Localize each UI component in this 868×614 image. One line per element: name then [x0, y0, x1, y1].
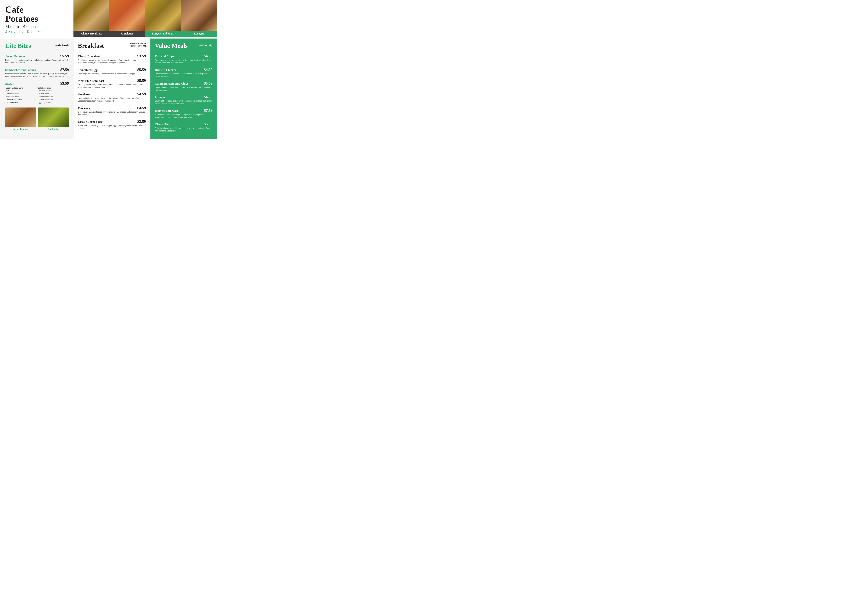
menu-item-bangers-mash: Bangers and Mash $7.59 Three cucumber an… [155, 108, 212, 119]
hunters-chicken-desc: Chicken with bacon, emental, cheese smoo… [155, 73, 212, 78]
extras-col-2: -Boiled egg salad -Ham and cheese -Chick… [37, 87, 69, 104]
meat-free-price: $5.59 [137, 78, 146, 83]
gammon-header: Gammon Ham, Egg Chips $5.59 [155, 81, 212, 85]
menu-item-fish-chips: Fish and Chips $4.59 Our famous dish inc… [155, 54, 212, 64]
breakfast-column: Breakfast Available Mon - Sat 7:00AM - 1… [73, 39, 150, 139]
pancakes-header: Pancakes $4.59 [78, 106, 146, 110]
bottom-img-sandwich: Sandwiches [38, 107, 69, 131]
extra-item: -Chicken and bacon [37, 98, 69, 101]
jacket-potatoes-price: $5.59 [60, 54, 69, 58]
lasagne-label: Lasagne [181, 31, 217, 37]
menu-item-jacket-potatoes: Jacket Potatoes $5.59 Delicious jacket p… [5, 54, 69, 64]
breakfast-divider [78, 51, 146, 51]
extra-item: -Egg mayo salad [37, 101, 69, 104]
breakfast-avail-line1: Available Mon - Sat [129, 42, 146, 45]
header-img-lasagne: Lasagne [181, 0, 217, 39]
gammon-name: Gammon Ham, Egg Chips [155, 82, 188, 85]
menu-item-scrambled-eggs: Scrambled Eggs $5.59 Free-range scramble… [78, 67, 146, 75]
extra-item: -Boiled egg salad [37, 87, 69, 89]
jacket-potato-img [5, 107, 36, 127]
extra-item: -Erie and bacon [5, 101, 37, 104]
omelettes-price: $4.59 [137, 92, 146, 96]
classic-pies-desc: Enjoy the classic pies with your choose … [155, 127, 212, 132]
classic-breakfast-desc: 2 rashers of bacon, farm-reared pork sau… [78, 59, 146, 64]
extra-item: -Cheddar and pickle [5, 98, 37, 101]
bangers-mash-header: Bangers and Mash $7.59 [155, 108, 212, 113]
breakfast-img [73, 0, 109, 31]
omelettes-name: Omelettes [78, 93, 91, 96]
corned-beef-header: Classic Corned Beef $3.59 [78, 119, 146, 124]
top-header: Cafe Potatoes Menu Board Serving Daily C… [0, 0, 217, 39]
extra-item: -Chicken salad [37, 92, 69, 95]
breakfast-availability: Available Mon - Sat 7:00AM - 10:00 AM [129, 42, 146, 47]
main-content: Lite Bites Available Daily Jacket Potato… [0, 39, 217, 139]
menu-item-classic-pies: Classic Pies $5.59 Enjoy the classic pie… [155, 122, 212, 132]
extras-name: Extras [5, 82, 14, 85]
value-meals-title: Value Meals [155, 42, 188, 50]
menu-item-sandwiches: Sandwiches and Paninis $7.59 Freshly mad… [5, 67, 69, 78]
hunters-chicken-name: Hunters Chicken [155, 68, 177, 72]
breakfast-title: Breakfast [78, 42, 104, 50]
lite-bites-bottom-images: Jacket Potatoes Sandwiches [5, 107, 69, 131]
menu-item-pancakes: Pancakes $4.59 2 delicious pancakes topp… [78, 106, 146, 116]
bangers-mash-price: $7.59 [204, 108, 213, 113]
classic-pies-name: Classic Pies [155, 123, 170, 126]
sandwiches-img-label: Sandwiches [38, 127, 69, 131]
classic-pies-header: Classic Pies $5.59 [155, 122, 212, 126]
sandwiches-img [38, 107, 69, 127]
lasagne-price: $6.59 [204, 95, 213, 99]
omelettes-label: Omelettes [109, 31, 145, 37]
potatoes-word: Potatoes [5, 14, 38, 23]
extra-item: -Bacon and egg Mayo [5, 87, 37, 89]
jacket-potatoes-name: Jacket Potatoes [5, 54, 25, 58]
breakfast-avail-line2: 7:00AM - 10:00 AM [129, 45, 146, 47]
pancakes-desc: 2 delicious pancakes topped with splenda… [78, 110, 146, 116]
extras-header: Extras $3.59 [5, 81, 69, 85]
classic-breakfast-header: Classic Breakfast $3.59 [78, 54, 146, 58]
gammon-desc: Carved gammon, rustic and chunky chips a… [155, 86, 212, 92]
lite-bites-header-row: Lite Bites Available Daily [5, 42, 69, 50]
scrambled-eggs-desc: Free-range scrambled eggs serve with ric… [78, 73, 146, 75]
bangers-img [145, 0, 181, 31]
classic-breakfast-name: Classic Breakfast [78, 54, 100, 58]
omelettes-desc: Light and fluffy free range egg served w… [78, 97, 146, 103]
menu-item-hunters-chicken: Hunters Chicken $4.59 Chicken with bacon… [155, 67, 212, 78]
omelettes-img [109, 0, 145, 31]
lasagne-header: Lasagne $6.59 [155, 95, 212, 99]
bangers-mash-desc: Three cucumber and sausage on a pile of … [155, 113, 212, 119]
pancakes-price: $4.59 [137, 106, 146, 110]
lite-bites-availability: Available Daily [55, 42, 69, 47]
header-img-breakfast: Classic Breakfast [73, 0, 109, 39]
value-meals-availability: Available Daily [199, 42, 212, 47]
value-meals-divider [155, 51, 212, 51]
menu-item-extras: Extras $3.59 -Bacon and egg Mayo -BLT -R… [5, 81, 69, 104]
scrambled-eggs-price: $5.59 [137, 67, 146, 72]
cafe-title: Cafe Potatoes [5, 5, 68, 23]
fish-chips-header: Fish and Chips $4.59 [155, 54, 212, 58]
extra-item: -Rare roast beef [5, 92, 37, 95]
menu-item-classic-breakfast: Classic Breakfast $3.59 2 rashers of bac… [78, 54, 146, 64]
jacket-potatoes-header: Jacket Potatoes $5.59 [5, 54, 69, 58]
fish-chips-desc: Our famous dish includes a fillet of dee… [155, 59, 212, 64]
bangers-label: Bangers and Mash [145, 31, 181, 37]
lasagne-desc: Layers of fresh eggs pasta, white cheese… [155, 99, 212, 105]
lite-bites-column: Lite Bites Available Daily Jacket Potato… [0, 39, 73, 139]
sandwiches-header: Sandwiches and Paninis $7.59 [5, 67, 69, 72]
bottom-img-jacket: Jacket Potatoes [5, 107, 36, 131]
header-images: Classic Breakfast Omelettes Bangers and … [73, 0, 217, 39]
corned-beef-price: $3.59 [137, 119, 146, 124]
header-img-omelettes: Omelettes [109, 0, 145, 39]
pancakes-name: Pancakes [78, 106, 90, 110]
lasagne-img [181, 0, 217, 31]
meat-free-name: Meat Free Breakfast [78, 79, 104, 82]
bangers-mash-name: Bangers and Mash [155, 109, 178, 113]
menu-item-omelettes: Omelettes $4.59 Light and fluffy free ra… [78, 92, 146, 103]
header-img-bangers: Bangers and Mash [145, 0, 181, 39]
serving-daily-label: Serving Daily [5, 30, 68, 34]
scrambled-eggs-name: Scrambled Eggs [78, 68, 99, 72]
menu-item-meat-free: Meat Free Breakfast $5.59 Crunchy has br… [78, 78, 146, 89]
classic-breakfast-price: $3.59 [137, 54, 146, 58]
cafe-word: Cafe [5, 5, 23, 14]
lite-bites-divider [5, 51, 69, 51]
meat-free-header: Meat Free Breakfast $5.59 [78, 78, 146, 83]
